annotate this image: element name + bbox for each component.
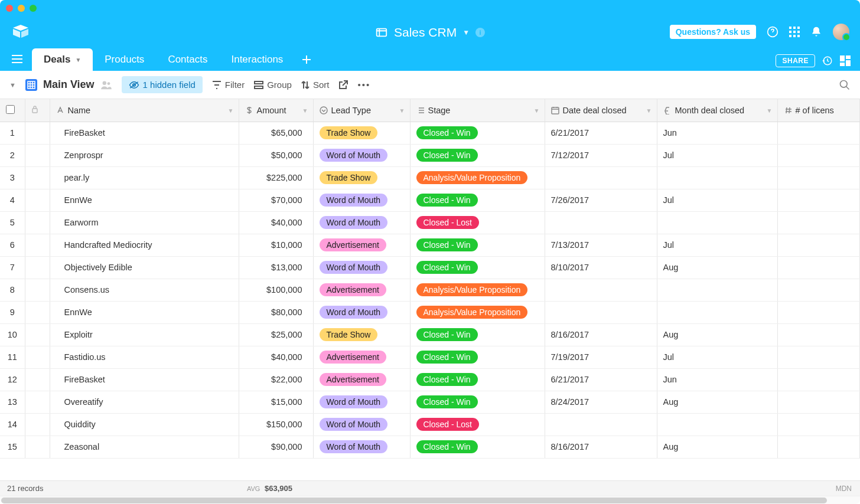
- cell-date-closed[interactable]: 7/12/2017: [545, 144, 657, 166]
- cell-stage[interactable]: Analysis/Value Proposition: [410, 166, 545, 189]
- cell-amount[interactable]: $100,000: [239, 279, 313, 301]
- row-number[interactable]: 12: [0, 368, 25, 391]
- cell-licenses[interactable]: [777, 413, 860, 436]
- cell-amount[interactable]: $40,000: [239, 346, 313, 368]
- cell-lead-type[interactable]: Advertisement: [313, 368, 410, 391]
- cell-amount[interactable]: $150,000: [239, 413, 313, 436]
- table-row[interactable]: 8Consens.us$100,000AdvertisementAnalysis…: [0, 279, 860, 301]
- cell-lead-type[interactable]: Advertisement: [313, 279, 410, 301]
- cell-date-closed[interactable]: [545, 413, 657, 436]
- cell-stage[interactable]: Analysis/Value Proposition: [410, 279, 545, 301]
- row-number[interactable]: 11: [0, 346, 25, 368]
- cell-licenses[interactable]: [777, 122, 860, 144]
- cell-name[interactable]: Handcrafted Mediocrity: [50, 234, 239, 256]
- cell-licenses[interactable]: [777, 211, 860, 234]
- table-row[interactable]: 7Objectively Edible$13,000Word of MouthC…: [0, 256, 860, 279]
- cell-amount[interactable]: $225,000: [239, 166, 313, 189]
- row-number[interactable]: 13: [0, 391, 25, 413]
- cell-name[interactable]: Fastidio.us: [50, 346, 239, 368]
- ask-questions-button[interactable]: Questions? Ask us: [670, 25, 756, 39]
- cell-stage[interactable]: Closed - Lost: [410, 413, 545, 436]
- cell-licenses[interactable]: [777, 166, 860, 189]
- row-number[interactable]: 2: [0, 144, 25, 166]
- cell-month-closed[interactable]: Aug: [657, 323, 777, 346]
- chevron-down-icon[interactable]: ▼: [646, 107, 652, 113]
- share-view-button[interactable]: [338, 80, 348, 90]
- search-button[interactable]: [839, 79, 851, 91]
- cell-stage[interactable]: Closed - Win: [410, 144, 545, 166]
- cell-name[interactable]: pear.ly: [50, 166, 239, 189]
- cell-lead-type[interactable]: Word of Mouth: [313, 189, 410, 211]
- column-summary-amount[interactable]: AVG $63,905: [247, 484, 292, 493]
- row-number[interactable]: 4: [0, 189, 25, 211]
- row-expand-cell[interactable]: [25, 323, 50, 346]
- row-number[interactable]: 15: [0, 436, 25, 458]
- airtable-logo-icon[interactable]: [13, 25, 28, 38]
- cell-name[interactable]: Quiddity: [50, 413, 239, 436]
- cell-month-closed[interactable]: Jul: [657, 189, 777, 211]
- cell-amount[interactable]: $22,000: [239, 368, 313, 391]
- chevron-down-icon[interactable]: ▼: [228, 107, 234, 113]
- cell-date-closed[interactable]: 7/13/2017: [545, 234, 657, 256]
- row-expand-cell[interactable]: [25, 368, 50, 391]
- cell-amount[interactable]: $15,000: [239, 391, 313, 413]
- view-switcher[interactable]: Main View: [25, 78, 112, 91]
- cell-date-closed[interactable]: 7/19/2017: [545, 346, 657, 368]
- row-expand-cell[interactable]: [25, 256, 50, 279]
- apps-grid-icon[interactable]: [789, 27, 800, 37]
- table-row[interactable]: 14Quiddity$150,000Word of MouthClosed - …: [0, 413, 860, 436]
- cell-stage[interactable]: Closed - Win: [410, 234, 545, 256]
- user-avatar[interactable]: [833, 24, 849, 40]
- column-header-month-closed[interactable]: Month deal closed▼: [657, 99, 777, 122]
- table-row[interactable]: 6Handcrafted Mediocrity$10,000Advertisem…: [0, 234, 860, 256]
- cell-stage[interactable]: Closed - Win: [410, 122, 545, 144]
- row-number[interactable]: 3: [0, 166, 25, 189]
- cell-month-closed[interactable]: [657, 301, 777, 323]
- cell-stage[interactable]: Closed - Lost: [410, 211, 545, 234]
- collaborators-icon[interactable]: [100, 80, 112, 90]
- cell-stage[interactable]: Closed - Win: [410, 256, 545, 279]
- cell-name[interactable]: Objectively Edible: [50, 256, 239, 279]
- cell-date-closed[interactable]: 7/26/2017: [545, 189, 657, 211]
- row-expand-cell[interactable]: [25, 144, 50, 166]
- cell-lead-type[interactable]: Trade Show: [313, 166, 410, 189]
- row-expand-cell[interactable]: [25, 301, 50, 323]
- cell-month-closed[interactable]: [657, 211, 777, 234]
- cell-date-closed[interactable]: [545, 211, 657, 234]
- cell-month-closed[interactable]: Aug: [657, 256, 777, 279]
- cell-month-closed[interactable]: [657, 166, 777, 189]
- table-row[interactable]: 15Zeasonal$90,000Word of MouthClosed - W…: [0, 436, 860, 458]
- cell-date-closed[interactable]: 8/16/2017: [545, 323, 657, 346]
- cell-month-closed[interactable]: [657, 413, 777, 436]
- cell-date-closed[interactable]: 8/10/2017: [545, 256, 657, 279]
- filter-button[interactable]: Filter: [212, 80, 245, 90]
- cell-lead-type[interactable]: Word of Mouth: [313, 211, 410, 234]
- minimize-window-icon[interactable]: [18, 5, 25, 12]
- table-row[interactable]: 5Earworm$40,000Word of MouthClosed - Los…: [0, 211, 860, 234]
- column-header-amount[interactable]: Amount▼: [239, 99, 313, 122]
- cell-month-closed[interactable]: Jul: [657, 346, 777, 368]
- cell-name[interactable]: EnnWe: [50, 189, 239, 211]
- tab-deals[interactable]: Deals▼: [32, 48, 93, 71]
- cell-licenses[interactable]: [777, 301, 860, 323]
- row-expand-cell[interactable]: [25, 234, 50, 256]
- row-number[interactable]: 1: [0, 122, 25, 144]
- cell-name[interactable]: Zeasonal: [50, 436, 239, 458]
- cell-lead-type[interactable]: Advertisement: [313, 346, 410, 368]
- row-expand-cell[interactable]: [25, 189, 50, 211]
- cell-name[interactable]: Zenprospr: [50, 144, 239, 166]
- column-header-name[interactable]: Name▼: [50, 99, 239, 122]
- row-expand-cell[interactable]: [25, 279, 50, 301]
- cell-month-closed[interactable]: [657, 279, 777, 301]
- column-header-licenses[interactable]: # of licens: [777, 99, 860, 122]
- row-expand-cell[interactable]: [25, 413, 50, 436]
- cell-date-closed[interactable]: 6/21/2017: [545, 368, 657, 391]
- cell-lead-type[interactable]: Trade Show: [313, 122, 410, 144]
- cell-lead-type[interactable]: Trade Show: [313, 323, 410, 346]
- cell-lead-type[interactable]: Word of Mouth: [313, 256, 410, 279]
- blocks-icon[interactable]: [840, 55, 851, 66]
- views-dropdown-icon[interactable]: ▼: [9, 81, 16, 89]
- grid-scroll-area[interactable]: Name▼ Amount▼ Lead Type▼ Stage▼ Date dea…: [0, 99, 860, 480]
- cell-name[interactable]: Exploitr: [50, 323, 239, 346]
- base-title[interactable]: Sales CRM ▼ i: [375, 25, 485, 40]
